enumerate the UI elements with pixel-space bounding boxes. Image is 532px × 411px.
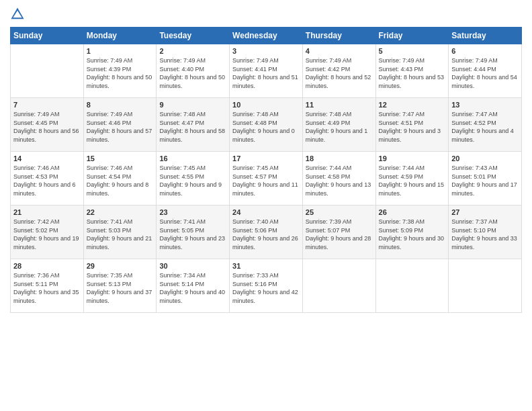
day-info: Sunrise: 7:34 AMSunset: 5:14 PMDaylight:… — [159, 271, 226, 305]
weekday-saturday: Saturday — [449, 28, 522, 44]
day-number: 10 — [232, 101, 300, 109]
day-number: 26 — [379, 208, 446, 216]
day-number: 30 — [159, 262, 226, 270]
calendar-cell: 14Sunrise: 7:46 AMSunset: 4:53 PMDayligh… — [11, 152, 84, 205]
day-number: 16 — [159, 154, 226, 163]
day-number: 6 — [451, 47, 519, 55]
day-number: 21 — [13, 208, 81, 216]
day-number: 31 — [232, 262, 300, 270]
calendar-cell: 11Sunrise: 7:48 AMSunset: 4:49 PMDayligh… — [302, 98, 375, 152]
day-number: 8 — [87, 101, 154, 109]
weekday-thursday: Thursday — [302, 28, 375, 44]
calendar-cell: 29Sunrise: 7:35 AMSunset: 5:13 PMDayligh… — [83, 259, 157, 313]
calendar-cell: 27Sunrise: 7:37 AMSunset: 5:10 PMDayligh… — [449, 205, 522, 259]
day-info: Sunrise: 7:49 AMSunset: 4:39 PMDaylight:… — [87, 56, 154, 90]
day-number: 28 — [13, 262, 81, 270]
day-number: 24 — [232, 208, 300, 216]
day-number: 5 — [379, 47, 446, 55]
calendar-cell: 9Sunrise: 7:48 AMSunset: 4:47 PMDaylight… — [157, 98, 230, 152]
calendar-cell: 6Sunrise: 7:49 AMSunset: 4:44 PMDaylight… — [449, 44, 522, 98]
day-number: 2 — [159, 47, 226, 55]
day-number: 12 — [379, 101, 446, 109]
calendar-cell — [449, 259, 522, 313]
day-info: Sunrise: 7:46 AMSunset: 4:54 PMDaylight:… — [87, 164, 154, 197]
calendar-cell: 8Sunrise: 7:49 AMSunset: 4:46 PMDaylight… — [83, 98, 157, 152]
day-info: Sunrise: 7:47 AMSunset: 4:51 PMDaylight:… — [379, 110, 446, 144]
day-number: 25 — [306, 208, 373, 216]
calendar-cell: 13Sunrise: 7:47 AMSunset: 4:52 PMDayligh… — [449, 98, 522, 152]
day-number: 7 — [13, 101, 81, 109]
day-info: Sunrise: 7:47 AMSunset: 4:52 PMDaylight:… — [451, 110, 519, 144]
day-info: Sunrise: 7:45 AMSunset: 4:57 PMDaylight:… — [232, 164, 300, 197]
calendar-cell: 31Sunrise: 7:33 AMSunset: 5:16 PMDayligh… — [230, 259, 303, 313]
calendar-cell: 26Sunrise: 7:38 AMSunset: 5:09 PMDayligh… — [375, 205, 449, 259]
calendar-cell: 22Sunrise: 7:41 AMSunset: 5:03 PMDayligh… — [83, 205, 157, 259]
day-info: Sunrise: 7:49 AMSunset: 4:42 PMDaylight:… — [306, 56, 373, 90]
calendar-cell: 23Sunrise: 7:41 AMSunset: 5:05 PMDayligh… — [157, 205, 230, 259]
calendar-week-3: 21Sunrise: 7:42 AMSunset: 5:02 PMDayligh… — [11, 205, 522, 259]
day-info: Sunrise: 7:36 AMSunset: 5:11 PMDaylight:… — [13, 271, 81, 305]
calendar-cell: 3Sunrise: 7:49 AMSunset: 4:41 PMDaylight… — [230, 44, 303, 98]
calendar-cell: 20Sunrise: 7:43 AMSunset: 5:01 PMDayligh… — [449, 152, 522, 205]
weekday-monday: Monday — [83, 28, 157, 44]
day-number: 20 — [451, 154, 519, 163]
day-number: 22 — [87, 208, 154, 216]
day-number: 11 — [306, 101, 373, 109]
day-info: Sunrise: 7:49 AMSunset: 4:43 PMDaylight:… — [379, 56, 446, 90]
calendar-week-2: 14Sunrise: 7:46 AMSunset: 4:53 PMDayligh… — [11, 152, 522, 205]
day-info: Sunrise: 7:46 AMSunset: 4:53 PMDaylight:… — [13, 164, 81, 197]
day-number: 14 — [13, 154, 81, 163]
calendar-cell: 5Sunrise: 7:49 AMSunset: 4:43 PMDaylight… — [375, 44, 449, 98]
day-info: Sunrise: 7:48 AMSunset: 4:49 PMDaylight:… — [306, 110, 373, 144]
header — [10, 7, 522, 21]
calendar-cell: 19Sunrise: 7:44 AMSunset: 4:59 PMDayligh… — [375, 152, 449, 205]
day-info: Sunrise: 7:41 AMSunset: 5:05 PMDaylight:… — [159, 218, 226, 251]
calendar-body: 1Sunrise: 7:49 AMSunset: 4:39 PMDaylight… — [11, 44, 522, 313]
calendar-cell: 15Sunrise: 7:46 AMSunset: 4:54 PMDayligh… — [83, 152, 157, 205]
day-info: Sunrise: 7:39 AMSunset: 5:07 PMDaylight:… — [306, 218, 373, 251]
day-info: Sunrise: 7:49 AMSunset: 4:46 PMDaylight:… — [87, 110, 154, 144]
day-number: 4 — [306, 47, 373, 55]
calendar-cell: 25Sunrise: 7:39 AMSunset: 5:07 PMDayligh… — [302, 205, 375, 259]
day-info: Sunrise: 7:45 AMSunset: 4:55 PMDaylight:… — [159, 164, 226, 197]
day-info: Sunrise: 7:40 AMSunset: 5:06 PMDaylight:… — [232, 218, 300, 251]
weekday-sunday: Sunday — [11, 28, 84, 44]
weekday-tuesday: Tuesday — [157, 28, 230, 44]
calendar-cell — [11, 44, 84, 98]
day-info: Sunrise: 7:43 AMSunset: 5:01 PMDaylight:… — [451, 164, 519, 197]
calendar-cell: 2Sunrise: 7:49 AMSunset: 4:40 PMDaylight… — [157, 44, 230, 98]
day-info: Sunrise: 7:41 AMSunset: 5:03 PMDaylight:… — [87, 218, 154, 251]
day-number: 29 — [87, 262, 154, 270]
calendar-cell: 16Sunrise: 7:45 AMSunset: 4:55 PMDayligh… — [157, 152, 230, 205]
calendar-cell: 24Sunrise: 7:40 AMSunset: 5:06 PMDayligh… — [230, 205, 303, 259]
day-info: Sunrise: 7:37 AMSunset: 5:10 PMDaylight:… — [451, 218, 519, 251]
day-info: Sunrise: 7:48 AMSunset: 4:48 PMDaylight:… — [232, 110, 300, 144]
day-info: Sunrise: 7:38 AMSunset: 5:09 PMDaylight:… — [379, 218, 446, 251]
logo — [10, 7, 28, 21]
day-info: Sunrise: 7:33 AMSunset: 5:16 PMDaylight:… — [232, 271, 300, 305]
day-info: Sunrise: 7:44 AMSunset: 4:59 PMDaylight:… — [379, 164, 446, 197]
weekday-friday: Friday — [375, 28, 449, 44]
weekday-header-row: SundayMondayTuesdayWednesdayThursdayFrid… — [11, 28, 522, 44]
day-info: Sunrise: 7:49 AMSunset: 4:44 PMDaylight:… — [451, 56, 519, 90]
calendar-week-4: 28Sunrise: 7:36 AMSunset: 5:11 PMDayligh… — [11, 259, 522, 313]
day-info: Sunrise: 7:42 AMSunset: 5:02 PMDaylight:… — [13, 218, 81, 251]
day-number: 3 — [232, 47, 300, 55]
day-info: Sunrise: 7:49 AMSunset: 4:45 PMDaylight:… — [13, 110, 81, 144]
calendar-cell: 17Sunrise: 7:45 AMSunset: 4:57 PMDayligh… — [230, 152, 303, 205]
calendar-week-1: 7Sunrise: 7:49 AMSunset: 4:45 PMDaylight… — [11, 98, 522, 152]
day-number: 15 — [87, 154, 154, 163]
calendar-cell: 28Sunrise: 7:36 AMSunset: 5:11 PMDayligh… — [11, 259, 84, 313]
day-info: Sunrise: 7:49 AMSunset: 4:40 PMDaylight:… — [159, 56, 226, 90]
calendar-cell — [375, 259, 449, 313]
calendar-cell: 7Sunrise: 7:49 AMSunset: 4:45 PMDaylight… — [11, 98, 84, 152]
calendar-cell: 10Sunrise: 7:48 AMSunset: 4:48 PMDayligh… — [230, 98, 303, 152]
day-number: 9 — [159, 101, 226, 109]
day-number: 1 — [87, 47, 154, 55]
day-info: Sunrise: 7:35 AMSunset: 5:13 PMDaylight:… — [87, 271, 154, 305]
day-info: Sunrise: 7:49 AMSunset: 4:41 PMDaylight:… — [232, 56, 300, 90]
calendar-cell: 4Sunrise: 7:49 AMSunset: 4:42 PMDaylight… — [302, 44, 375, 98]
day-number: 13 — [451, 101, 519, 109]
day-number: 23 — [159, 208, 226, 216]
calendar-cell: 12Sunrise: 7:47 AMSunset: 4:51 PMDayligh… — [375, 98, 449, 152]
